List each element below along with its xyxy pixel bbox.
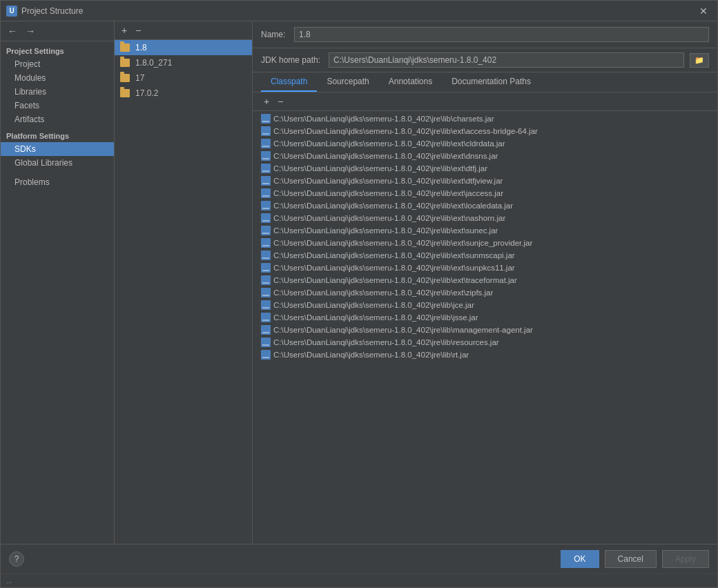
classpath-item-path: C:\Users\DuanLianqi\jdks\semeru-1.8.0_40…	[273, 239, 532, 247]
jar-icon	[261, 350, 271, 360]
classpath-item-path: C:\Users\DuanLianqi\jdks\semeru-1.8.0_40…	[273, 326, 533, 334]
remove-sdk-button[interactable]: −	[133, 24, 144, 37]
classpath-item[interactable]: C:\Users\DuanLianqi\jdks\semeru-1.8.0_40…	[253, 274, 717, 286]
folder-icon	[120, 43, 130, 52]
jdk-path-input[interactable]	[329, 52, 684, 68]
jdk-row: JDK home path: 📁	[253, 48, 717, 72]
folder-browse-icon: 📁	[695, 56, 704, 64]
classpath-item[interactable]: C:\Users\DuanLianqi\jdks\semeru-1.8.0_40…	[253, 249, 717, 262]
classpath-item[interactable]: C:\Users\DuanLianqi\jdks\semeru-1.8.0_40…	[253, 150, 717, 162]
sdk-toolbar: + −	[115, 21, 252, 40]
classpath-item-path: C:\Users\DuanLianqi\jdks\semeru-1.8.0_40…	[273, 338, 499, 346]
sidebar-item-label: Project	[14, 59, 40, 69]
sidebar-item-artifacts[interactable]: Artifacts	[1, 112, 114, 126]
sdk-item-label: 17	[135, 73, 144, 83]
tab-sourcepath[interactable]: Sourcepath	[317, 72, 378, 92]
jar-icon	[261, 275, 271, 285]
sidebar-nav-bar: ← →	[1, 21, 114, 41]
remove-classpath-button[interactable]: −	[275, 95, 286, 108]
jdk-label: JDK home path:	[261, 55, 323, 65]
sdk-item-label: 1.8	[135, 43, 147, 52]
footer: ? OK Cancel Apply	[1, 544, 717, 574]
classpath-item-path: C:\Users\DuanLianqi\jdks\semeru-1.8.0_40…	[273, 226, 498, 235]
jar-icon	[261, 188, 271, 198]
classpath-item[interactable]: C:\Users\DuanLianqi\jdks\semeru-1.8.0_40…	[253, 237, 717, 249]
classpath-item-path: C:\Users\DuanLianqi\jdks\semeru-1.8.0_40…	[273, 189, 503, 197]
jar-icon	[261, 226, 271, 235]
classpath-item[interactable]: C:\Users\DuanLianqi\jdks\semeru-1.8.0_40…	[253, 349, 717, 361]
project-settings-header: Project Settings	[1, 41, 114, 57]
classpath-toolbar: + −	[253, 92, 717, 111]
sdk-item-17.0.2[interactable]: 17.0.2	[115, 86, 252, 101]
sdk-item-1.8[interactable]: 1.8	[115, 40, 252, 55]
add-classpath-button[interactable]: +	[261, 95, 272, 108]
ok-button[interactable]: OK	[561, 550, 599, 568]
classpath-item[interactable]: C:\Users\DuanLianqi\jdks\semeru-1.8.0_40…	[253, 299, 717, 311]
classpath-item[interactable]: C:\Users\DuanLianqi\jdks\semeru-1.8.0_40…	[253, 162, 717, 175]
sdk-item-1.8.0_271[interactable]: 1.8.0_271	[115, 55, 252, 70]
cancel-button[interactable]: Cancel	[605, 550, 657, 568]
close-button[interactable]: ✕	[695, 4, 712, 18]
forward-button[interactable]: →	[23, 24, 38, 38]
sidebar-item-label: Libraries	[14, 87, 46, 97]
classpath-item[interactable]: C:\Users\DuanLianqi\jdks\semeru-1.8.0_40…	[253, 311, 717, 324]
detail-panel: Name: JDK home path: 📁 Classpath Sourcep…	[253, 21, 717, 544]
sidebar-item-project[interactable]: Project	[1, 57, 114, 71]
sidebar-item-modules[interactable]: Modules	[1, 71, 114, 85]
classpath-item[interactable]: C:\Users\DuanLianqi\jdks\semeru-1.8.0_40…	[253, 336, 717, 349]
classpath-item[interactable]: C:\Users\DuanLianqi\jdks\semeru-1.8.0_40…	[253, 175, 717, 187]
browse-button[interactable]: 📁	[690, 53, 709, 68]
classpath-item[interactable]: C:\Users\DuanLianqi\jdks\semeru-1.8.0_40…	[253, 112, 717, 125]
sidebar-item-libraries[interactable]: Libraries	[1, 85, 114, 99]
sidebar: ← → Project Settings Project Modules Lib…	[1, 21, 115, 544]
jar-icon	[261, 213, 271, 223]
classpath-item[interactable]: C:\Users\DuanLianqi\jdks\semeru-1.8.0_40…	[253, 324, 717, 336]
sidebar-item-facets[interactable]: Facets	[1, 99, 114, 112]
jar-icon	[261, 164, 271, 173]
folder-icon	[120, 89, 130, 97]
jar-icon	[261, 126, 271, 136]
name-input[interactable]	[294, 27, 709, 42]
classpath-item-path: C:\Users\DuanLianqi\jdks\semeru-1.8.0_40…	[273, 276, 517, 284]
project-structure-window: U Project Structure ✕ ← → Project Settin…	[0, 0, 718, 588]
tab-classpath[interactable]: Classpath	[261, 72, 317, 92]
sidebar-item-global-libraries[interactable]: Global Libraries	[1, 156, 114, 170]
jar-icon	[261, 238, 271, 248]
classpath-item[interactable]: C:\Users\DuanLianqi\jdks\semeru-1.8.0_40…	[253, 212, 717, 224]
classpath-item-path: C:\Users\DuanLianqi\jdks\semeru-1.8.0_40…	[273, 288, 493, 297]
jar-icon	[261, 263, 271, 273]
classpath-item-path: C:\Users\DuanLianqi\jdks\semeru-1.8.0_40…	[273, 152, 498, 160]
sidebar-item-problems[interactable]: Problems	[1, 175, 114, 189]
sdk-item-label: 1.8.0_271	[135, 58, 172, 68]
classpath-item[interactable]: C:\Users\DuanLianqi\jdks\semeru-1.8.0_40…	[253, 224, 717, 237]
jar-icon	[261, 300, 271, 310]
add-sdk-button[interactable]: +	[119, 24, 130, 37]
jar-icon	[261, 288, 271, 297]
folder-icon	[120, 74, 130, 82]
classpath-item-path: C:\Users\DuanLianqi\jdks\semeru-1.8.0_40…	[273, 177, 503, 185]
sdk-panel: + − 1.8 1.8.0_271 17 17.0.2	[115, 21, 253, 544]
help-button[interactable]: ?	[9, 551, 24, 567]
sidebar-item-label: SDKs	[14, 144, 36, 154]
jar-icon	[261, 313, 271, 322]
classpath-item-path: C:\Users\DuanLianqi\jdks\semeru-1.8.0_40…	[273, 202, 513, 210]
classpath-item[interactable]: C:\Users\DuanLianqi\jdks\semeru-1.8.0_40…	[253, 187, 717, 199]
sdk-item-17[interactable]: 17	[115, 70, 252, 86]
classpath-item-path: C:\Users\DuanLianqi\jdks\semeru-1.8.0_40…	[273, 301, 474, 309]
back-button[interactable]: ←	[5, 24, 20, 38]
classpath-item[interactable]: C:\Users\DuanLianqi\jdks\semeru-1.8.0_40…	[253, 286, 717, 299]
window-title: Project Structure	[21, 6, 695, 16]
tab-annotations[interactable]: Annotations	[379, 72, 442, 92]
status-bar: ...	[1, 574, 717, 587]
classpath-item-path: C:\Users\DuanLianqi\jdks\semeru-1.8.0_40…	[273, 313, 478, 322]
classpath-item[interactable]: C:\Users\DuanLianqi\jdks\semeru-1.8.0_40…	[253, 199, 717, 212]
sidebar-item-sdks[interactable]: SDKs	[1, 142, 114, 156]
classpath-item-path: C:\Users\DuanLianqi\jdks\semeru-1.8.0_40…	[273, 164, 487, 173]
sidebar-item-label: Modules	[14, 73, 46, 83]
tab-documentation[interactable]: Documentation Paths	[442, 72, 541, 92]
status-text: ...	[6, 577, 12, 585]
apply-button[interactable]: Apply	[662, 550, 709, 568]
classpath-item[interactable]: C:\Users\DuanLianqi\jdks\semeru-1.8.0_40…	[253, 137, 717, 150]
classpath-item[interactable]: C:\Users\DuanLianqi\jdks\semeru-1.8.0_40…	[253, 262, 717, 274]
classpath-item[interactable]: C:\Users\DuanLianqi\jdks\semeru-1.8.0_40…	[253, 125, 717, 137]
